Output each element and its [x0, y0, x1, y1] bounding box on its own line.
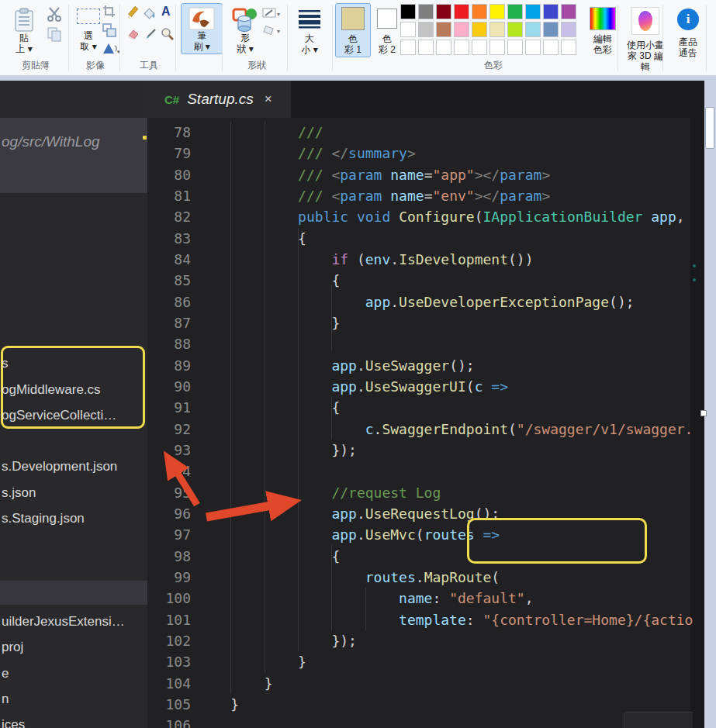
palette-cell-empty[interactable]	[525, 40, 541, 55]
minimap-dot	[693, 278, 696, 281]
image-group-label: 影像	[71, 59, 119, 72]
palette-cell[interactable]	[543, 4, 559, 19]
group-brushes: 筆 刷 ▾	[178, 0, 222, 75]
palette-cell[interactable]	[418, 4, 434, 19]
svg-text:▾: ▾	[277, 11, 280, 18]
code-line-102: 102 });	[147, 630, 357, 652]
paint3d-icon	[638, 11, 652, 31]
palette-cell[interactable]	[561, 4, 576, 19]
palette-cell[interactable]	[472, 22, 487, 37]
palette-cell[interactable]	[400, 22, 416, 37]
code-line-99: 99 routes.MapRoute(	[147, 567, 500, 588]
palette-cell[interactable]	[543, 22, 559, 37]
palette-cell-empty[interactable]	[472, 40, 487, 55]
sidebar-file-item: s	[2, 356, 9, 371]
code-line-88: 88	[147, 333, 197, 355]
shape-outline-button[interactable]: ▾	[262, 8, 282, 22]
eraser-tool-button[interactable]	[126, 28, 140, 43]
code-line-83: 83 {	[147, 228, 306, 250]
shape-fill-button[interactable]: ▾	[262, 25, 282, 39]
shapes-button[interactable]: 形 狀 ▾	[228, 4, 262, 57]
code-line-103: 103 }	[147, 651, 306, 673]
copy-button[interactable]	[47, 26, 62, 45]
shapes-group-label: 形狀	[227, 59, 287, 72]
palette-cell[interactable]	[436, 22, 451, 37]
palette-cell[interactable]	[489, 22, 505, 37]
magnifier-tool-button[interactable]	[161, 27, 175, 44]
select-button[interactable]: 選 取 ▾	[73, 5, 104, 54]
paste-button[interactable]: 貼 上 ▾	[9, 4, 39, 57]
palette-cell[interactable]	[418, 22, 434, 37]
code-line-79: 79 /// </summary>	[147, 143, 416, 164]
line-number: 85	[147, 270, 191, 292]
line-number: 104	[147, 673, 191, 695]
close-icon: ×	[265, 91, 272, 107]
size-button[interactable]: 大 小 ▾	[294, 5, 325, 57]
palette-cell-empty[interactable]	[543, 40, 559, 55]
palette-cell-empty[interactable]	[507, 40, 523, 55]
palette-cell-empty[interactable]	[436, 40, 451, 55]
canvas-resize-handle[interactable]	[700, 410, 707, 416]
line-number: 99	[147, 567, 191, 588]
code-line-104: 104 }	[147, 673, 273, 695]
brushes-button[interactable]: 筆 刷 ▾	[181, 3, 223, 54]
brush-icon	[189, 7, 215, 30]
code-line-96: 96 app.UseRequestLog();	[147, 503, 500, 525]
palette-cell[interactable]	[400, 4, 416, 19]
info-icon: i	[677, 9, 699, 30]
palette-cell[interactable]	[561, 22, 576, 37]
line-number: 95	[147, 482, 191, 504]
palette-cell-empty[interactable]	[454, 40, 469, 55]
clipboard-group-label: 剪貼簿	[3, 59, 68, 72]
code-line-93: 93 });	[147, 440, 357, 461]
code-line-80: 80 /// <param name="app"></param>	[147, 164, 550, 186]
palette-cell-empty[interactable]	[489, 40, 505, 55]
palette-cell-empty[interactable]	[561, 40, 576, 55]
text-tool-button[interactable]: A	[161, 5, 171, 19]
palette-cell[interactable]	[525, 22, 541, 37]
palette-cell[interactable]	[454, 4, 469, 19]
ribbon-separator	[332, 5, 333, 71]
group-tools: A 工具	[123, 0, 175, 75]
edit-colors-button[interactable]: 編輯 色彩	[583, 3, 622, 57]
palette-cell-empty[interactable]	[400, 40, 416, 55]
sidebar-file-item: ogMiddleware.cs	[2, 382, 101, 398]
crop-button[interactable]	[102, 5, 116, 22]
palette-cell[interactable]	[525, 4, 541, 19]
sidebar-file-item: s.json	[2, 485, 36, 501]
outline-icon: ▾	[262, 8, 282, 19]
palette-cell[interactable]	[436, 4, 451, 19]
ribbon-separator	[706, 5, 707, 71]
palette-cell[interactable]	[472, 4, 487, 19]
code-editor: 78 ///79 /// </summary>80 /// <param nam…	[147, 118, 704, 728]
group-clipboard: 貼 上 ▾ 剪貼簿	[3, 0, 68, 75]
palette-cell-empty[interactable]	[418, 40, 434, 55]
paint-scrollbar-thumb[interactable]	[705, 107, 714, 149]
code-line-105: 105 }	[147, 694, 239, 716]
eyedropper-tool-button[interactable]	[144, 27, 157, 44]
eraser-icon	[126, 28, 140, 40]
group-colors: 色 彩 1 色 彩 2 編輯 色彩 色彩	[334, 0, 617, 75]
size-icon	[298, 9, 321, 29]
palette-cell[interactable]	[489, 4, 505, 19]
fill-tool-button[interactable]	[143, 6, 158, 23]
sidebar-file-item: n	[2, 692, 9, 707]
cut-button[interactable]	[47, 6, 62, 25]
color2-swatch	[377, 9, 397, 29]
palette-cell[interactable]	[507, 22, 523, 37]
rotate-button[interactable]: ▾	[101, 41, 121, 58]
ribbon-separator	[119, 5, 120, 71]
pasted-screenshot-canvas[interactable]: og/src/WithLog sogMiddleware.csogService…	[0, 81, 704, 728]
color1-button[interactable]: 色 彩 1	[335, 3, 371, 57]
pencil-tool-button[interactable]	[126, 6, 140, 23]
editor-tab-bar: C# Startup.cs ×	[147, 81, 704, 118]
product-alerts-button[interactable]: i 產品 通告	[667, 5, 709, 60]
palette-cell[interactable]	[507, 4, 523, 19]
paint3d-button[interactable]: 使用小畫 家 3D 編輯	[622, 3, 669, 74]
palette-cell[interactable]	[454, 22, 469, 37]
paint-vertical-scrollbar[interactable]	[704, 81, 716, 728]
group-image: 選 取 ▾ ▾ 影像	[71, 0, 119, 75]
resize-button[interactable]	[102, 23, 116, 40]
line-number: 91	[147, 397, 191, 419]
code-line-95: 95 //request Log	[147, 482, 441, 504]
